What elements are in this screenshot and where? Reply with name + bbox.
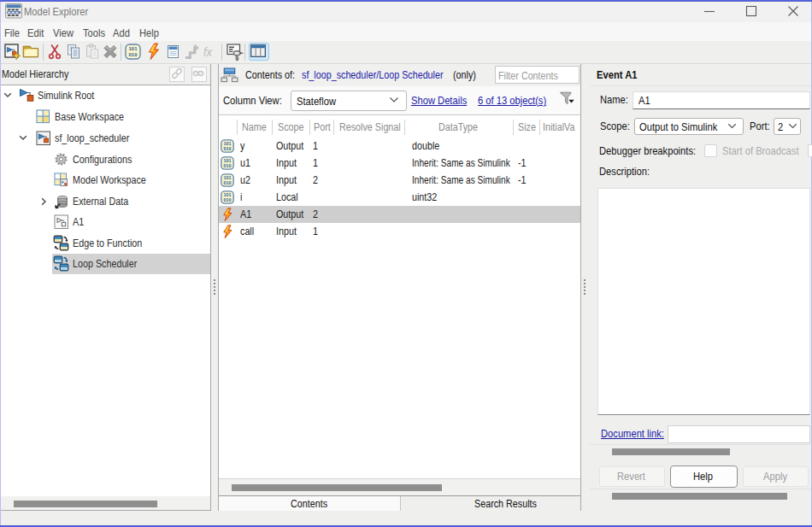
svg-text:101: 101 <box>128 46 138 51</box>
svg-text:010: 010 <box>224 163 232 168</box>
svg-text:010: 010 <box>224 180 232 185</box>
svg-text:010: 010 <box>224 197 232 202</box>
svg-text:010: 010 <box>224 146 232 151</box>
svg-text:010: 010 <box>128 52 138 57</box>
